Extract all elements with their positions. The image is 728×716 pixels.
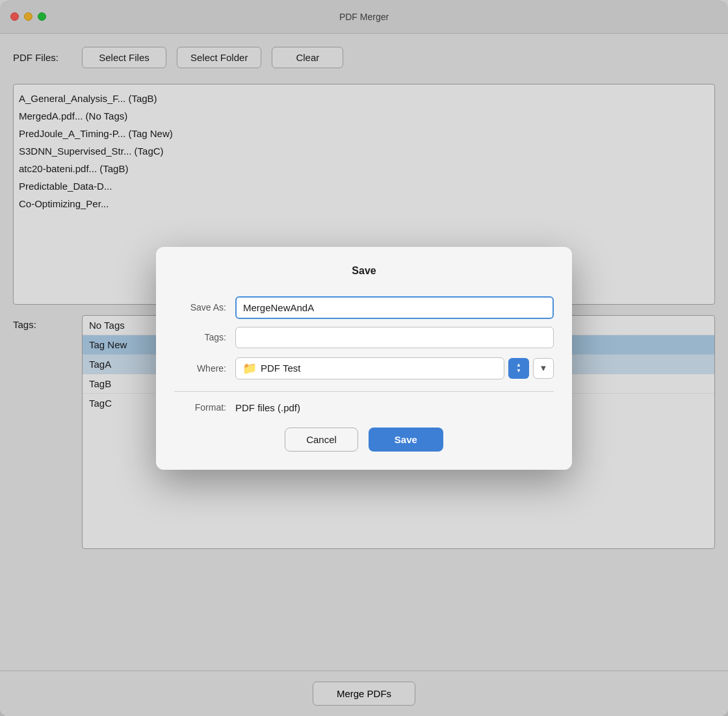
save-as-label: Save As: (174, 302, 226, 313)
where-folder-name: PDF Test (261, 363, 300, 374)
dialog-divider (174, 391, 554, 392)
dialog-tags-input[interactable] (235, 327, 554, 348)
format-value: PDF files (.pdf) (235, 402, 300, 413)
tags-row: Tags: (156, 323, 572, 352)
save-dialog-title: Save (156, 265, 572, 277)
where-label: Where: (174, 363, 226, 374)
save-dialog: Save Save As: Tags: Where: 📁 PDF Test (156, 247, 572, 470)
folder-icon: 📁 (242, 361, 257, 376)
save-as-input[interactable] (235, 296, 554, 319)
format-label: Format: (174, 402, 226, 413)
dialog-buttons: Cancel Save (156, 417, 572, 454)
where-expand-button[interactable]: ▼ (533, 358, 554, 379)
dialog-tags-label: Tags: (174, 332, 226, 342)
where-row: Where: 📁 PDF Test ▲ ▼ ▼ (156, 352, 572, 385)
main-window: PDF Merger PDF Files: Select Files Selec… (0, 0, 728, 716)
modal-overlay: Save Save As: Tags: Where: 📁 PDF Test (0, 0, 728, 716)
where-selector[interactable]: 📁 PDF Test (235, 357, 504, 379)
cancel-button[interactable]: Cancel (285, 428, 358, 452)
save-button[interactable]: Save (369, 428, 443, 452)
save-as-row: Save As: (156, 292, 572, 323)
format-row: Format: PDF files (.pdf) (156, 398, 572, 417)
where-arrows-button[interactable]: ▲ ▼ (508, 358, 529, 379)
